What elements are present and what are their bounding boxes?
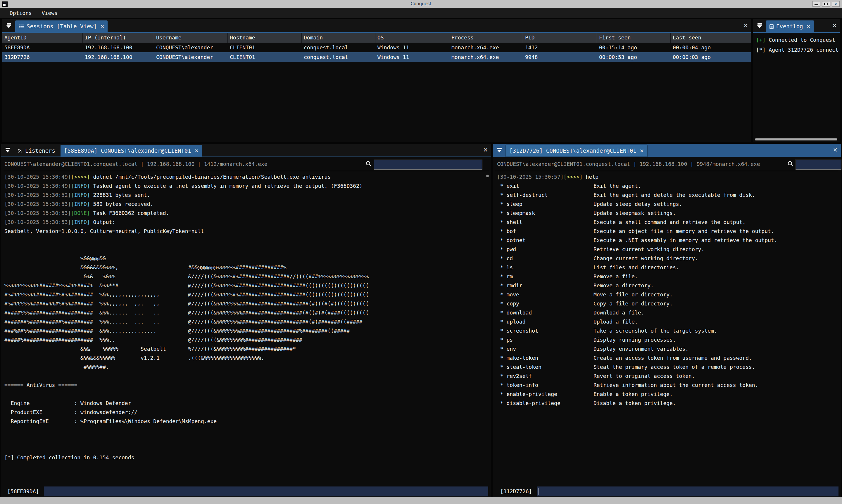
menu-item-options[interactable]: Options <box>10 8 32 18</box>
console-text-segment: &%& %%%%% Seatbelt %////(((&%%%%%%%%%###… <box>4 346 296 352</box>
tab-label: Sessions [Table View] <box>27 23 97 30</box>
tab-listeners[interactable]: Listeners <box>14 145 59 157</box>
tab-agent-58EE89DA[interactable]: [58EE89DA] CONQUEST\alexander@CLIENT01 × <box>61 145 202 157</box>
help-description: Retrieve current working directory. <box>594 246 704 252</box>
help-command: * env <box>497 344 594 353</box>
column-header[interactable]: Last seen <box>671 33 751 43</box>
window-title: Conquest <box>0 0 842 8</box>
minimize-button[interactable] <box>812 1 820 7</box>
column-header[interactable]: Domain <box>302 33 375 43</box>
panel-dropdown-button[interactable] <box>753 19 766 32</box>
help-description: Display running processes. <box>594 337 676 343</box>
close-tab-icon[interactable]: × <box>195 147 199 154</box>
console-text-segment: Seatbelt, Version=1.0.0.0, Culture=neutr… <box>4 228 204 234</box>
console-text-segment: &%%&&&%%%%% v1.2.1 ,(((&%%%%%%%%%%%%%%%%… <box>4 355 264 361</box>
console-text-segment: ProductEXE : windowsdefender:// <box>4 409 137 415</box>
command-input[interactable] <box>44 486 488 497</box>
console-text-segment: ###%##%%#################### &%%........… <box>4 328 350 334</box>
console-output[interactable]: [30-10-2025 15:30:49][>>>>] dotnet /mnt/… <box>1 172 489 485</box>
search-input[interactable] <box>795 159 841 170</box>
close-window-button[interactable]: ✕ <box>832 1 840 7</box>
maximize-button[interactable] <box>822 1 830 7</box>
divider <box>495 171 839 171</box>
help-description: Update sleepmask settings. <box>594 210 676 216</box>
help-entry: * uploadUpload a file. <box>497 317 839 326</box>
column-header[interactable]: Hostname <box>228 33 302 43</box>
table-cell: 00:00:53 ago <box>597 52 671 62</box>
console-text-segment: &%& %&%% &////(((&%%%%%#%###############… <box>4 273 369 280</box>
console-line: #%#%%%%%%%#######%#%%####### %&%,,,,,,,,… <box>4 290 489 299</box>
console-line: #%%%%##, <box>4 362 489 372</box>
table-row[interactable]: 58EE89DA192.168.168.100CONQUEST\alexande… <box>2 43 751 52</box>
console-text-segment: [30-10-2025 15:30:57] <box>497 174 564 180</box>
menu-item-views[interactable]: Views <box>42 8 57 18</box>
help-entry: * sleepUpdate sleep delay settings. <box>497 199 839 209</box>
close-tab-icon[interactable]: × <box>100 23 104 30</box>
help-entry: * downloadDownload a file. <box>497 308 839 317</box>
help-command: * upload <box>497 317 594 326</box>
help-description: Upload a file. <box>594 319 638 325</box>
help-entry: * exitExit the agent. <box>497 181 839 191</box>
close-panel-icon[interactable]: × <box>744 22 748 29</box>
help-description: Steal the primary access token of a remo… <box>594 364 755 370</box>
left-console-tabbar: Listeners [58EE89DA] CONQUEST\alexander@… <box>1 144 491 157</box>
console-line <box>4 390 489 399</box>
help-description: Remove a file. <box>594 273 638 280</box>
help-description: Take a screenshot of the target system. <box>594 328 717 334</box>
sessions-tabbar: Sessions [Table View] × × <box>2 19 751 33</box>
tab-sessions-table-view[interactable]: Sessions [Table View] × <box>15 20 108 32</box>
window-titlebar[interactable]: Conquest ✕ <box>0 0 842 8</box>
table-cell: Windows 11 <box>375 43 449 52</box>
panel-dropdown-button[interactable] <box>1 144 14 157</box>
console-text-segment: #######%##########%######### %%%...... .… <box>4 319 362 325</box>
help-entry: * moveMove a file or directory. <box>497 290 839 299</box>
console-line: &%& %%%%% Seatbelt %////(((&%%%%%%%%%###… <box>4 344 489 353</box>
eventlog-output: [+] Connected to Conquest team server.[*… <box>756 35 839 55</box>
help-entry: * steal-tokenSteal the primary access to… <box>497 362 839 372</box>
table-cell: 312D7726 <box>2 52 83 62</box>
help-entry: * psDisplay running processes. <box>497 335 839 344</box>
help-command: * make-token <box>497 353 594 362</box>
column-header[interactable]: Username <box>154 33 228 43</box>
panel-dropdown-button[interactable] <box>493 144 506 157</box>
horizontal-scrollbar[interactable] <box>755 139 837 141</box>
console-text-segment: ====== AntiVirus ====== <box>4 382 77 388</box>
help-description: Enable a token privilege. <box>594 391 673 397</box>
close-tab-icon[interactable]: × <box>640 147 644 154</box>
close-panel-icon[interactable]: × <box>484 146 488 153</box>
column-header[interactable]: PID <box>523 33 597 43</box>
console-line <box>4 444 489 453</box>
column-header[interactable]: IP (Internal) <box>83 33 154 43</box>
console-text-segment: [>>>>] <box>564 174 583 180</box>
panel-dropdown-button[interactable] <box>2 19 15 32</box>
close-panel-icon[interactable]: × <box>833 146 837 153</box>
table-cell: 00:15:14 ago <box>597 43 671 52</box>
command-input-bar: [312D7726] <box>493 486 841 497</box>
vertical-scrollbar[interactable] <box>486 175 489 177</box>
column-header[interactable]: OS <box>375 33 449 43</box>
command-input[interactable] <box>537 486 839 497</box>
close-tab-icon[interactable]: × <box>807 23 810 30</box>
column-header[interactable]: AgentID <box>2 33 83 43</box>
console-line: &%& %&%% &////(((&%%%%%#%###############… <box>4 272 489 281</box>
console-text-segment: [30-10-2025 15:30:53] <box>4 219 71 225</box>
chevron-down-icon <box>5 150 10 152</box>
agent-status-line: CONQUEST\alexander@CLIENT01.conquest.loc… <box>497 157 760 171</box>
chevron-down-icon <box>6 25 11 28</box>
column-header[interactable]: First seen <box>597 33 671 43</box>
table-row[interactable]: 312D7726192.168.168.100CONQUEST\alexande… <box>2 52 751 62</box>
console-line: ###%##%%#################### &%%........… <box>4 326 489 335</box>
table-cell: Windows 11 <box>375 52 449 62</box>
console-text-segment: %%%%%%%%%%%######%%%#%%####% &%%**# @///… <box>4 282 369 288</box>
console-output[interactable]: [30-10-2025 15:30:57][>>>>] help * exitE… <box>493 172 839 485</box>
tab-eventlog[interactable]: Eventlog × <box>766 20 814 32</box>
close-panel-icon[interactable]: × <box>832 22 837 29</box>
right-console-tabbar: [312D7726] CONQUEST\alexander@CLIENT01 ×… <box>493 144 841 157</box>
table-cell: 1412 <box>523 43 597 52</box>
search-input[interactable] <box>374 159 482 170</box>
table-cell: conquest.local <box>302 43 375 52</box>
text-cursor <box>538 488 539 495</box>
column-header[interactable]: Process <box>449 33 523 43</box>
tab-agent-312D7726[interactable]: [312D7726] CONQUEST\alexander@CLIENT01 × <box>506 145 647 157</box>
console-text-segment: [30-10-2025 15:30:53] <box>4 201 71 207</box>
